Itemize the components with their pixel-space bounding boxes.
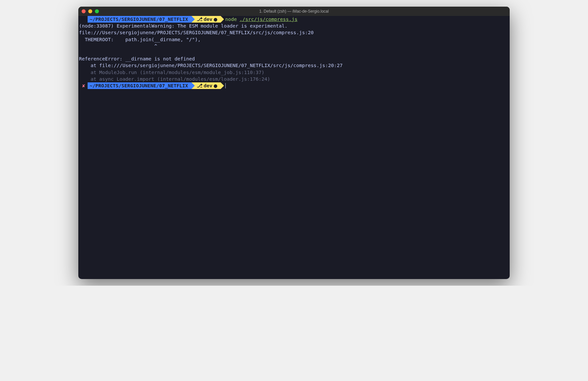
minimize-icon[interactable] — [88, 9, 92, 13]
output-line: THEMEROOT: path.join(__dirname, "/"), — [78, 36, 510, 43]
git-branch: dev — [204, 16, 212, 23]
branch-icon: ⎇ — [197, 16, 202, 23]
git-branch: dev — [204, 82, 212, 89]
close-icon[interactable] — [82, 9, 86, 13]
terminal-window: 1. Default (zsh) — iMac-de-Sergio.local … — [78, 7, 510, 279]
path-segment: ~/PROJECTS/SERGIOJUNENE/07_NETFLIX — [88, 16, 191, 23]
output-line: file:///Users/sergiojunene/PROJECTS/SERG… — [78, 29, 510, 36]
output-line: ReferenceError: __dirname is not defined — [78, 55, 510, 62]
output-line-dim: at async Loader.import (internal/modules… — [78, 76, 510, 82]
output-line: at file:///Users/sergiojunene/PROJECTS/S… — [78, 62, 510, 69]
branch-icon: ⎇ — [197, 82, 202, 89]
fullscreen-icon[interactable] — [95, 9, 99, 13]
git-segment: ⎇ dev ● — [191, 16, 221, 23]
cwd-path: ~/PROJECTS/SERGIOJUNENE/07_NETFLIX — [90, 16, 188, 23]
titlebar[interactable]: 1. Default (zsh) — iMac-de-Sergio.local — [78, 7, 510, 16]
window-title: 1. Default (zsh) — iMac-de-Sergio.local — [82, 9, 506, 14]
cwd-path: ~/PROJECTS/SERGIOJUNENE/07_NETFLIX — [90, 82, 188, 89]
output-line-dim: at ModuleJob.run (internal/modules/esm/m… — [78, 69, 510, 76]
error-status-icon: ✘ — [80, 82, 87, 89]
command-name: node — [225, 16, 237, 23]
cursor — [225, 83, 226, 88]
traffic-lights — [82, 9, 99, 13]
command-area: node ./src/js/compress.js — [225, 16, 298, 23]
command-arg: ./src/js/compress.js — [240, 16, 298, 23]
output-line-blank — [78, 49, 510, 55]
output-line: (node:33087) ExperimentalWarning: The ES… — [78, 23, 510, 29]
prompt-line-1: ~/PROJECTS/SERGIOJUNENE/07_NETFLIX ⎇ dev… — [78, 16, 510, 23]
output-line: ^ — [78, 43, 510, 49]
path-segment: ~/PROJECTS/SERGIOJUNENE/07_NETFLIX — [88, 82, 191, 89]
git-segment: ⎇ dev ● — [191, 82, 221, 89]
prompt-line-2: ✘ ~/PROJECTS/SERGIOJUNENE/07_NETFLIX ⎇ d… — [78, 82, 510, 89]
terminal-body[interactable]: ~/PROJECTS/SERGIOJUNENE/07_NETFLIX ⎇ dev… — [78, 16, 510, 279]
